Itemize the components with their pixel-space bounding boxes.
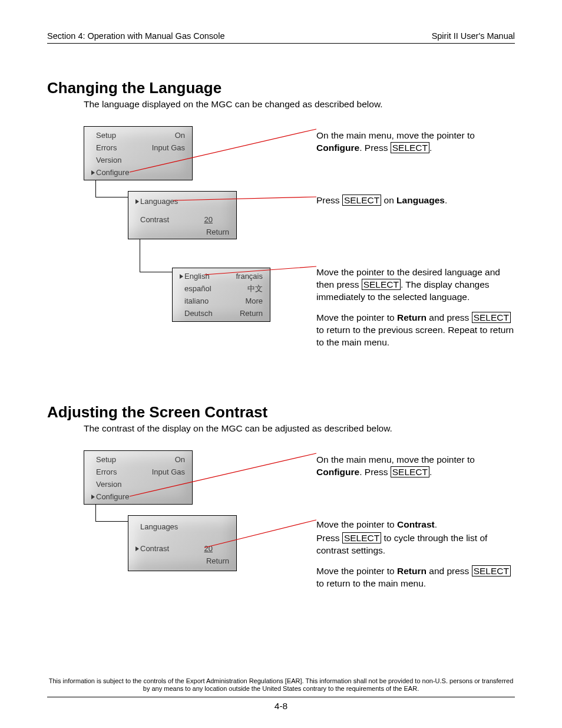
- page-number: 4-8: [47, 701, 515, 711]
- step-lang-1: On the main menu, move the pointer to Co…: [316, 130, 515, 154]
- select-key: SELECT: [391, 466, 429, 477]
- step-lang-3a: Move the pointer to the desired language…: [316, 266, 515, 304]
- intro-adjusting-contrast: The contrast of the display on the MGC c…: [84, 423, 515, 434]
- connector-line: [95, 505, 128, 522]
- page-header: Section 4: Operation with Manual Gas Con…: [47, 31, 515, 44]
- pointer-icon: [91, 170, 95, 175]
- step-contrast-2c: Move the pointer to Return and press SEL…: [316, 565, 515, 590]
- step-contrast-1: On the main menu, move the pointer to Co…: [316, 454, 515, 479]
- lcd-configure-menu: Languages Contrast20 Return: [128, 191, 237, 239]
- pointer-icon: [91, 495, 95, 499]
- pointer-icon: [135, 199, 139, 204]
- page-footer: This information is subject to the contr…: [47, 677, 515, 712]
- connector-line: [95, 180, 128, 197]
- header-section: Section 4: Operation with Manual Gas Con…: [47, 31, 224, 41]
- step-lang-2: Press SELECT on Languages.: [316, 195, 515, 207]
- select-key: SELECT: [362, 279, 401, 290]
- select-key: SELECT: [472, 312, 511, 323]
- select-key: SELECT: [472, 565, 511, 577]
- connector-line: [140, 239, 173, 272]
- step-contrast-2b: Press SELECT to cycle through the list o…: [316, 532, 515, 557]
- lcd-main-menu: SetupOn ErrorsInput Gas Version Configur…: [84, 450, 193, 505]
- select-key: SELECT: [391, 142, 429, 153]
- lcd-main-menu: SetupOn ErrorsInput Gas Version Configur…: [84, 126, 193, 180]
- intro-changing-language: The language displayed on the MGC can be…: [84, 99, 515, 110]
- heading-changing-language: Changing the Language: [47, 79, 515, 97]
- select-key: SELECT: [342, 195, 381, 206]
- step-contrast-2a: Move the pointer to Contrast.: [316, 519, 515, 531]
- lcd-configure-menu: Languages Contrast20 Return: [128, 515, 237, 571]
- lcd-language-list: Englishfrançais español中文 italianoMore D…: [172, 268, 270, 322]
- pointer-icon: [135, 546, 139, 551]
- pointer-icon: [180, 274, 183, 279]
- step-lang-3b: Move the pointer to Return and press SEL…: [316, 312, 515, 349]
- header-manual: Spirit II User's Manual: [432, 31, 515, 41]
- select-key: SELECT: [342, 532, 381, 543]
- heading-adjusting-contrast: Adjusting the Screen Contrast: [47, 403, 515, 421]
- export-disclaimer: This information is subject to the contr…: [47, 677, 515, 698]
